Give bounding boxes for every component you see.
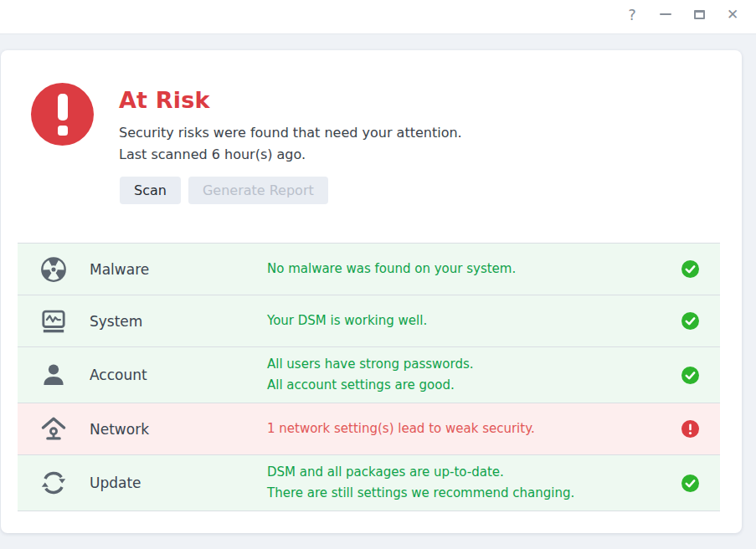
close-icon[interactable]: ✕ xyxy=(725,5,740,23)
category-message-line: There are still settings we recommend ch… xyxy=(267,483,671,504)
category-label: Network xyxy=(90,421,267,438)
category-message-line: All users have strong passwords. xyxy=(267,354,671,375)
category-label: Update xyxy=(90,475,267,491)
category-label: Malware xyxy=(90,261,267,278)
status-ok-icon xyxy=(681,260,699,278)
status-ok-icon xyxy=(681,312,699,330)
category-messages: 1 network setting(s) lead to weak securi… xyxy=(267,418,671,439)
category-label: System xyxy=(90,313,267,330)
network-home-icon xyxy=(39,415,68,444)
status-description-line1: Security risks were found that need your… xyxy=(119,122,462,144)
window-titlebar: ? ✕ xyxy=(0,0,756,34)
category-row-account[interactable]: Account All users have strong passwords.… xyxy=(18,346,720,403)
category-row-update[interactable]: Update DSM and all packages are up-to-da… xyxy=(18,454,720,511)
status-ok-icon xyxy=(681,475,699,492)
maximize-icon[interactable] xyxy=(692,5,707,23)
status-description: Security risks were found that need your… xyxy=(119,122,462,166)
scan-button[interactable]: Scan xyxy=(120,177,181,204)
malware-radiation-icon xyxy=(39,255,68,284)
update-refresh-icon xyxy=(39,469,68,497)
category-message-line: DSM and all packages are up-to-date. xyxy=(267,462,671,483)
category-messages: All users have strong passwords. All acc… xyxy=(267,354,671,396)
minimize-icon[interactable] xyxy=(658,5,673,23)
category-messages: Your DSM is working well. xyxy=(267,310,671,331)
category-list: Malware No malware was found on your sys… xyxy=(18,243,720,511)
category-row-system[interactable]: System Your DSM is working well. xyxy=(18,295,720,346)
at-risk-alert-icon xyxy=(31,83,94,146)
category-row-network[interactable]: Network 1 network setting(s) lead to wea… xyxy=(18,403,720,454)
category-messages: DSM and all packages are up-to-date. The… xyxy=(267,462,671,504)
security-advisor-panel: At Risk Security risks were found that n… xyxy=(1,50,742,533)
help-icon[interactable]: ? xyxy=(625,5,640,23)
status-ok-icon xyxy=(681,367,699,384)
action-buttons: Scan Generate Report xyxy=(120,177,328,204)
generate-report-button[interactable]: Generate Report xyxy=(188,177,328,204)
category-message-line: 1 network setting(s) lead to weak securi… xyxy=(267,418,671,439)
status-risk-icon xyxy=(681,420,699,438)
category-message-line: All account settings are good. xyxy=(267,375,671,396)
category-label: Account xyxy=(90,367,267,383)
system-monitor-icon xyxy=(39,307,68,336)
category-message-line: Your DSM is working well. xyxy=(267,310,671,331)
category-row-malware[interactable]: Malware No malware was found on your sys… xyxy=(18,243,720,295)
category-messages: No malware was found on your system. xyxy=(267,259,671,280)
last-scanned-text: Last scanned 6 hour(s) ago. xyxy=(119,144,462,166)
account-user-icon xyxy=(39,361,68,389)
page-title: At Risk xyxy=(119,87,210,113)
category-message-line: No malware was found on your system. xyxy=(267,259,671,280)
